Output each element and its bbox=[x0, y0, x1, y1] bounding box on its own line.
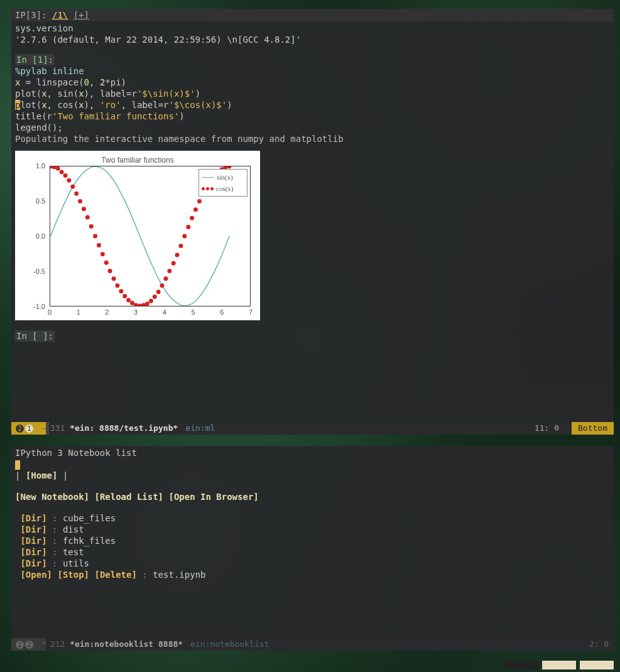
svg-point-4 bbox=[63, 173, 68, 178]
svg-point-20 bbox=[122, 294, 127, 298]
dir-button[interactable]: [Dir] bbox=[20, 558, 46, 568]
svg-point-13 bbox=[97, 243, 101, 247]
svg-point-35 bbox=[178, 244, 183, 248]
dir-name[interactable]: dist bbox=[63, 524, 84, 534]
xtick: 0 bbox=[48, 306, 52, 318]
dir-row: [Dir] : test bbox=[15, 546, 610, 558]
reload-list-button[interactable]: [Reload List] bbox=[94, 492, 163, 502]
svg-point-40 bbox=[197, 199, 202, 203]
statusline-bottom: 22 * 212 *ein:notebooklist 8888* ein:not… bbox=[11, 638, 614, 651]
chart-plot-area: sin(x) cos(x) bbox=[50, 166, 251, 306]
home-link[interactable]: [Home] bbox=[26, 470, 58, 480]
svg-point-14 bbox=[101, 252, 105, 256]
svg-point-19 bbox=[119, 289, 123, 293]
svg-point-1 bbox=[52, 166, 57, 170]
dir-row: [Dir] : utils bbox=[15, 558, 610, 569]
dir-name[interactable]: test bbox=[63, 547, 84, 557]
action-row: [New Notebook] [Reload List] [Open In Br… bbox=[15, 491, 610, 502]
notebooklist-panel: IPython 3 Notebook list | [Home] | [New … bbox=[11, 446, 614, 651]
ytick: 1.0 bbox=[15, 160, 45, 171]
svg-point-37 bbox=[186, 225, 190, 229]
svg-point-28 bbox=[153, 295, 157, 299]
in-prompt-empty[interactable]: In [ ]: bbox=[15, 330, 55, 342]
dir-button[interactable]: [Dir] bbox=[20, 547, 46, 557]
code-line[interactable]: x = linspace(0, 2*pi) bbox=[15, 77, 610, 88]
mode-name: ein:ml bbox=[178, 422, 215, 435]
statusline-top: 21 — 331 *ein: 8888/test.ipynb* ein:ml 1… bbox=[11, 422, 614, 435]
svg-point-26 bbox=[145, 301, 150, 306]
xtick: 7 bbox=[249, 306, 253, 318]
xtick: 1 bbox=[77, 306, 80, 318]
dir-row: [Dir] : cube_files bbox=[15, 512, 610, 524]
svg-point-22 bbox=[130, 301, 134, 305]
svg-point-38 bbox=[190, 216, 194, 220]
notebook-content[interactable]: sys.version '2.7.6 (default, Mar 22 2014… bbox=[11, 21, 614, 343]
delete-button[interactable]: [Delete] bbox=[94, 570, 136, 580]
svg-point-32 bbox=[167, 269, 171, 273]
cursor-position: 11: 0 bbox=[535, 422, 559, 435]
cursor-position: 2: 0 bbox=[589, 638, 609, 651]
code-line[interactable]: title(r'Two familiar functions') bbox=[15, 111, 610, 122]
statusline-badges: 21 bbox=[11, 422, 38, 435]
svg-point-15 bbox=[104, 261, 109, 265]
tab-active[interactable]: /1\ bbox=[52, 10, 68, 20]
xtick: 6 bbox=[220, 306, 224, 318]
svg-point-9 bbox=[82, 207, 86, 211]
tab-add[interactable]: [+] bbox=[73, 10, 89, 20]
new-notebook-button[interactable]: [New Notebook] bbox=[15, 492, 89, 502]
buffer-name: *ein:notebooklist 8888* bbox=[70, 638, 183, 651]
open-button[interactable]: [Open] bbox=[20, 570, 52, 580]
open-browser-button[interactable]: [Open In Browser] bbox=[168, 492, 258, 502]
stop-button[interactable]: [Stop] bbox=[57, 570, 89, 580]
legend-entry-sin: sin(x) bbox=[202, 171, 244, 183]
svg-point-29 bbox=[156, 290, 161, 294]
dir-name[interactable]: fchk_files bbox=[63, 536, 116, 546]
output-line: sys.version bbox=[15, 23, 610, 34]
svg-point-36 bbox=[182, 234, 187, 239]
svg-point-23 bbox=[134, 303, 138, 306]
svg-point-16 bbox=[108, 269, 112, 273]
svg-point-10 bbox=[85, 215, 90, 220]
scroll-indicator: Bottom bbox=[572, 422, 614, 435]
svg-point-17 bbox=[112, 276, 116, 281]
svg-point-33 bbox=[171, 261, 176, 266]
in-prompt: In [1]: bbox=[15, 54, 55, 65]
notebooklist-content[interactable]: IPython 3 Notebook list | [Home] | [New … bbox=[11, 446, 614, 582]
mode-name: ein:notebooklist bbox=[183, 638, 269, 651]
ytick: 0.0 bbox=[15, 230, 45, 242]
tab-bar: IP[3]: /1\ [+] bbox=[11, 9, 614, 21]
ytick: -0.5 bbox=[15, 266, 45, 277]
svg-point-21 bbox=[126, 298, 131, 303]
taskbar-fragment bbox=[504, 661, 614, 669]
file-name[interactable]: test.ipynb bbox=[153, 570, 205, 580]
ytick: 0.5 bbox=[15, 195, 45, 207]
kernel-indicator: IP[3]: bbox=[15, 10, 47, 20]
dir-name[interactable]: utils bbox=[63, 558, 89, 568]
code-line[interactable]: plot(x, cos(x), 'ro', label=r'$\cos(x)$'… bbox=[15, 99, 610, 111]
dir-name[interactable]: cube_files bbox=[63, 513, 116, 523]
svg-point-18 bbox=[115, 283, 119, 288]
statusline-sep: * bbox=[38, 638, 50, 651]
dir-button[interactable]: [Dir] bbox=[20, 513, 46, 523]
notebook-panel: IP[3]: /1\ [+] sys.version '2.7.6 (defau… bbox=[11, 9, 614, 435]
cursor bbox=[15, 460, 20, 470]
code-line[interactable]: plot(x, sin(x), label=r'$\sin(x)$') bbox=[15, 88, 610, 99]
statusline-linenum: 331 bbox=[50, 422, 65, 435]
svg-point-7 bbox=[74, 192, 79, 196]
xtick: 5 bbox=[192, 306, 195, 318]
buffer-name: *ein: 8888/test.ipynb* bbox=[70, 422, 178, 435]
dir-button[interactable]: [Dir] bbox=[20, 536, 46, 546]
ytick: -1.0 bbox=[15, 301, 45, 312]
svg-point-2 bbox=[56, 166, 60, 171]
svg-point-31 bbox=[163, 276, 168, 281]
svg-point-3 bbox=[60, 170, 64, 174]
code-line[interactable]: legend(); bbox=[15, 122, 610, 133]
statusline-sep: — bbox=[38, 422, 50, 435]
svg-point-12 bbox=[93, 234, 97, 239]
breadcrumb-row: | [Home] | bbox=[15, 470, 610, 481]
code-line[interactable]: %pylab inline bbox=[15, 65, 610, 77]
output-line: '2.7.6 (default, Mar 22 2014, 22:59:56) … bbox=[15, 34, 610, 45]
dir-button[interactable]: [Dir] bbox=[20, 524, 46, 534]
xtick: 3 bbox=[134, 306, 138, 318]
svg-point-6 bbox=[70, 185, 75, 189]
